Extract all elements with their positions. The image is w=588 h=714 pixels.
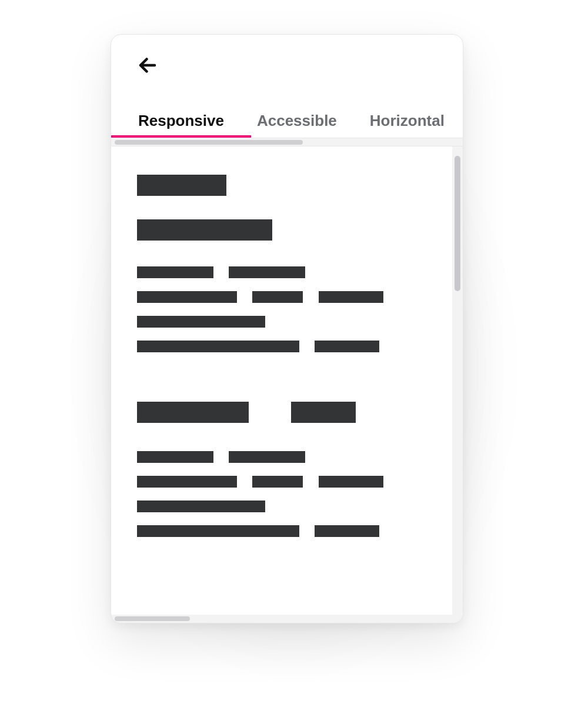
content-vertical-scrollbar[interactable] xyxy=(452,146,463,615)
skeleton-block xyxy=(229,451,305,463)
skeleton-block xyxy=(319,476,383,488)
content-vertical-scrollbar-thumb[interactable] xyxy=(455,156,460,291)
active-tab-indicator xyxy=(111,135,251,138)
skeleton-block xyxy=(319,291,383,303)
skeleton-block xyxy=(137,175,226,196)
skeleton-block xyxy=(137,316,265,328)
skeleton-block xyxy=(137,341,299,352)
tab-row: Responsive Accessible Horizontal xyxy=(111,104,463,138)
skeleton-block xyxy=(137,219,272,241)
content-horizontal-scrollbar-thumb[interactable] xyxy=(115,616,190,621)
skeleton-block xyxy=(137,266,213,278)
skeleton-block xyxy=(252,476,303,488)
skeleton-block xyxy=(137,291,237,303)
tab-accessible[interactable]: Accessible xyxy=(257,112,337,130)
tab-responsive[interactable]: Responsive xyxy=(138,112,224,130)
device-frame: Responsive Accessible Horizontal xyxy=(111,34,463,623)
skeleton-block xyxy=(137,451,213,463)
skeleton-block xyxy=(137,525,299,537)
skeleton-block xyxy=(315,525,379,537)
tab-horizontal[interactable]: Horizontal xyxy=(370,112,445,130)
skeleton-block xyxy=(137,402,249,423)
skeleton-block xyxy=(291,402,356,423)
tab-horizontal-scrollbar[interactable] xyxy=(111,138,463,146)
content-panel xyxy=(111,146,452,615)
skeleton-block xyxy=(229,266,305,278)
tab-horizontal-scrollbar-thumb[interactable] xyxy=(115,140,303,145)
content-horizontal-scrollbar[interactable] xyxy=(111,615,463,623)
device-header xyxy=(111,35,463,104)
skeleton-block xyxy=(137,501,265,512)
skeleton-block xyxy=(315,341,379,352)
skeleton-block xyxy=(137,476,237,488)
skeleton-block xyxy=(252,291,303,303)
back-arrow-icon[interactable] xyxy=(137,55,158,76)
